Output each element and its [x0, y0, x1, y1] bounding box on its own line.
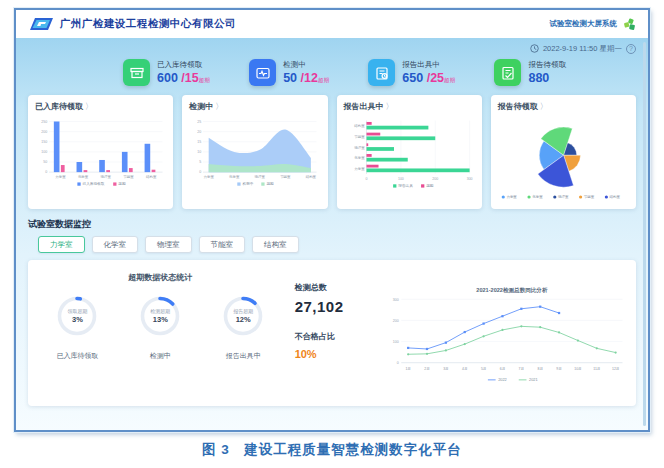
chevron-right-icon: 〉 — [215, 102, 223, 111]
svg-text:结构室: 结构室 — [354, 124, 365, 128]
scrollbar[interactable] — [643, 42, 646, 426]
svg-text:20: 20 — [197, 130, 201, 134]
monitor-panel: 超期数据状态统计 领取超期 3% 已入库待领取 — [28, 260, 636, 406]
kpi-text: 检测中 50 /12超期 — [283, 60, 329, 85]
kpi-main-value: 50 — [283, 71, 297, 85]
panel-title-text: 已入库待领取 — [35, 102, 83, 111]
svg-text:超期: 超期 — [267, 182, 275, 186]
svg-text:200: 200 — [41, 130, 47, 134]
svg-text:0: 0 — [45, 170, 47, 174]
panel-testing-chart: 检测中〉 0510152025力学室化学室物理室节能室结构室检测中超期 — [182, 95, 327, 209]
svg-text:150: 150 — [41, 140, 47, 144]
fail-ratio-label: 不合格占比 — [295, 331, 380, 342]
kpi-label: 报告待领取 — [528, 60, 566, 70]
svg-text:7月: 7月 — [519, 367, 524, 371]
svg-text:化学室: 化学室 — [354, 155, 365, 160]
donut-text: 报告超期 12% — [220, 293, 266, 339]
kpi-value: 880 — [528, 72, 566, 85]
panel-stored-chart: 已入库待领取〉 050100150200250力学室化学室物理室节能室结构室已入… — [28, 95, 173, 209]
svg-text:10月: 10月 — [575, 367, 582, 371]
line-chart: 2021-2022检测总数同比分析01002003001月2月3月4月5月6月7… — [379, 268, 628, 406]
datetime-text: 2022-9-19 11:50 星期一 — [543, 44, 622, 54]
svg-text:化学室: 化学室 — [229, 174, 240, 179]
svg-text:8月: 8月 — [538, 367, 543, 371]
tab-mechanics-lab[interactable]: 力学室 — [38, 236, 85, 253]
area-chart: 0510152025力学室化学室物理室节能室结构室检测中超期 — [189, 112, 320, 206]
panel-title[interactable]: 报告待领取〉 — [498, 101, 629, 112]
kpi-text: 报告待领取 880 — [528, 60, 566, 85]
svg-text:9月: 9月 — [557, 367, 562, 371]
svg-text:2022: 2022 — [499, 378, 508, 382]
donut-text: 检测超期 13% — [137, 293, 183, 339]
svg-text:0: 0 — [397, 361, 399, 365]
inbox-icon — [123, 59, 150, 86]
kpi-card-ready: 报告待领取 880 — [494, 59, 566, 86]
donut-percent: 13% — [153, 315, 168, 324]
tab-physics-lab[interactable]: 物理室 — [145, 236, 192, 253]
tab-structure-lab[interactable]: 结构室 — [252, 236, 299, 253]
donut-name: 报告超期 — [233, 308, 253, 314]
svg-text:200: 200 — [393, 319, 399, 323]
svg-text:化学室: 化学室 — [532, 194, 543, 199]
svg-text:100: 100 — [41, 150, 47, 154]
total-value: 27,102 — [295, 298, 380, 315]
svg-text:力学室: 力学室 — [506, 195, 517, 199]
panel-ready-chart: 报告待领取〉 力学室化学室物理室节能室结构室 — [491, 95, 636, 209]
kpi-value: 50 /12超期 — [283, 72, 329, 85]
kpi-main-value: 880 — [528, 71, 549, 85]
svg-text:25: 25 — [197, 120, 201, 124]
kpi-card-issuing: 报告出具中 650 /25超期 — [368, 59, 455, 86]
grouped-bar-chart: 050100150200250力学室化学室物理室节能室结构室已入库待领取超期 — [35, 112, 166, 206]
svg-text:15: 15 — [197, 140, 201, 144]
kpi-row: 已入库待领取 600 /15超期 检测中 50 /12超期 — [28, 57, 636, 86]
company-logo-icon — [28, 16, 54, 32]
kpi-label: 检测中 — [283, 60, 329, 70]
chevron-right-icon: 〉 — [386, 102, 394, 111]
svg-text:11月: 11月 — [594, 367, 601, 371]
panel-title-text: 检测中 — [189, 102, 213, 111]
chevron-right-icon: 〉 — [540, 102, 548, 111]
kpi-extra-value: /25 — [423, 71, 444, 85]
kpi-extra-value: /15 — [178, 71, 199, 85]
panel-title[interactable]: 检测中〉 — [189, 101, 320, 112]
app-header: 广州广检建设工程检测中心有限公司 试验室检测大屏系统 — [16, 10, 648, 38]
svg-text:4月: 4月 — [462, 367, 467, 371]
clipboard-clock-icon — [368, 59, 395, 86]
system-link[interactable]: 试验室检测大屏系统 — [550, 19, 618, 29]
horizontal-bar-chart: 0100200300结构室节能室物理室化学室力学室报告出具超期 — [344, 112, 475, 206]
svg-text:化学室: 化学室 — [78, 174, 89, 179]
panel-title[interactable]: 报告出具中〉 — [344, 101, 475, 112]
svg-text:2021-2022检测总数同比分析: 2021-2022检测总数同比分析 — [477, 287, 549, 294]
svg-text:检测中: 检测中 — [243, 181, 254, 186]
svg-text:节能室: 节能室 — [354, 135, 365, 139]
svg-text:12月: 12月 — [612, 367, 619, 371]
svg-text:100: 100 — [393, 340, 399, 344]
pulse-monitor-icon — [249, 59, 276, 86]
tab-chemistry-lab[interactable]: 化学室 — [92, 236, 139, 253]
donut-percent: 12% — [236, 315, 251, 324]
overdue-gauges-section: 超期数据状态统计 领取超期 3% 已入库待领取 — [36, 268, 285, 402]
svg-text:物理室: 物理室 — [558, 194, 569, 199]
donut-text: 领取超期 3% — [54, 293, 100, 339]
gauge-label: 检测中 — [150, 351, 171, 361]
svg-text:物理室: 物理室 — [101, 174, 112, 179]
gauge-report-overdue: 报告超期 12% 报告出具中 — [220, 293, 266, 361]
dashboard-content: 2022-9-19 11:50 星期一 ? 已入库待领取 600 /15超期 — [16, 38, 648, 432]
panel-title[interactable]: 已入库待领取〉 — [35, 101, 166, 112]
tab-energy-lab[interactable]: 节能室 — [199, 236, 246, 253]
kpi-value: 650 /25超期 — [402, 72, 455, 85]
panel-title-text: 报告待领取 — [498, 102, 538, 111]
kpi-label: 已入库待领取 — [157, 60, 210, 70]
donut-name: 检测超期 — [150, 308, 170, 314]
svg-text:力学室: 力学室 — [55, 175, 66, 179]
help-icon[interactable]: ? — [626, 44, 636, 54]
chart-panels-row: 已入库待领取〉 050100150200250力学室化学室物理室节能室结构室已入… — [28, 95, 636, 209]
svg-text:3月: 3月 — [443, 367, 448, 371]
kpi-text: 报告出具中 650 /25超期 — [402, 60, 455, 85]
svg-text:超期: 超期 — [118, 182, 126, 186]
donut: 领取超期 3% — [54, 293, 100, 339]
yearly-comparison-section: 2021-2022检测总数同比分析01002003001月2月3月4月5月6月7… — [379, 268, 628, 402]
svg-text:物理室: 物理室 — [255, 174, 266, 179]
svg-text:250: 250 — [41, 120, 47, 124]
svg-text:10: 10 — [197, 150, 201, 154]
